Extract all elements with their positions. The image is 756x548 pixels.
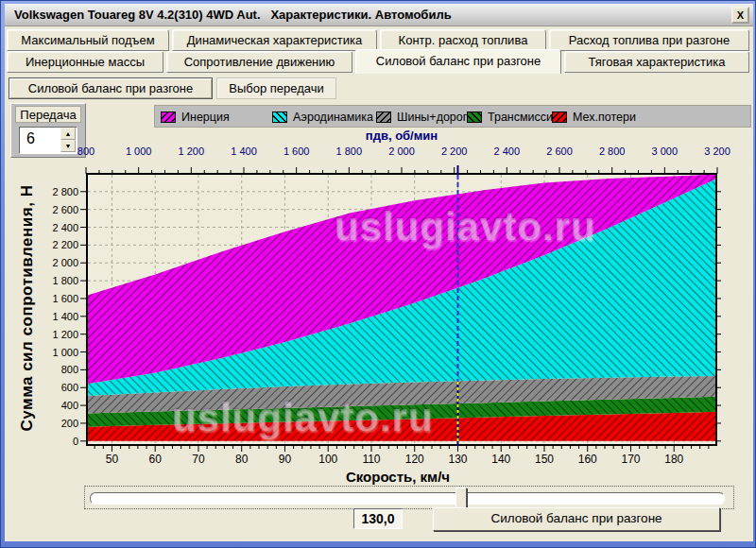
gear-label: Передача	[15, 106, 81, 123]
tab-traction-char[interactable]: Тяговая характеристика	[564, 51, 749, 73]
top-tick-label: 2 200	[430, 146, 479, 157]
y-tick-label: 400	[33, 400, 78, 411]
dialog-content: Volkswagen Touareg 8V 4.2(310) 4WD Aut. …	[5, 4, 753, 541]
legend-item: Инерция	[161, 111, 230, 124]
x-tick-label: 50	[93, 453, 130, 466]
x-tick-label: 150	[525, 453, 563, 466]
top-tick-label: 2 400	[482, 146, 531, 157]
legend-swatch-icon	[376, 111, 391, 123]
legend-swatch-icon	[272, 111, 287, 123]
x-tick-label: 70	[180, 453, 217, 466]
tab-fuel-accel[interactable]: Расход топлива при разгоне	[549, 29, 749, 51]
legend-item: Трансмиссия	[467, 111, 559, 124]
title-bar[interactable]: Volkswagen Touareg 8V 4.2(310) 4WD Aut. …	[5, 4, 753, 26]
top-tick-label: 2 800	[588, 146, 637, 157]
y-tick-label: 0	[33, 436, 78, 447]
y-tick-label: 2 600	[33, 204, 78, 215]
legend-item: Мех.потери	[552, 111, 636, 124]
x-tick-label: 100	[309, 453, 347, 466]
legend-swatch-icon	[467, 111, 482, 123]
top-tick-label: 1 000	[114, 146, 163, 157]
x-tick-label: 60	[136, 453, 174, 466]
area-4	[86, 179, 717, 396]
area-1	[86, 412, 717, 441]
x-tick-label: 130	[438, 453, 476, 466]
legend-label: Аэродинамика	[293, 111, 373, 124]
x-tick-label: 160	[569, 453, 607, 466]
x-tick-label: 110	[352, 453, 390, 466]
x-tick-label: 90	[266, 453, 303, 466]
top-tick-label: 2 000	[377, 146, 426, 157]
y-tick-label: 800	[33, 364, 78, 375]
y-tick-label: 600	[33, 382, 78, 393]
tab-power-balance[interactable]: Силовой баланс при разгоне	[355, 49, 561, 74]
area-5	[86, 174, 717, 384]
legend-label: Трансмиссия	[488, 111, 559, 124]
legend-item: Аэродинамика	[272, 111, 373, 124]
legend: ИнерцияАэродинамикаШины+дорогаТрансмисси…	[154, 105, 751, 128]
tab-control-fuel[interactable]: Контр. расход топлива	[380, 29, 546, 51]
top-tick-label: 800	[61, 146, 111, 157]
tab-max-climb[interactable]: Максимальный подъем	[7, 29, 169, 51]
x-tick-label: 170	[611, 453, 649, 466]
spin-up-button[interactable]: ▲	[60, 128, 76, 140]
y-tick-label: 2 400	[33, 222, 78, 233]
gear-value: 6	[26, 130, 35, 147]
speed-slider[interactable]	[84, 486, 734, 509]
x-axis-title: Скорость, км/ч	[303, 469, 492, 485]
slider-track[interactable]	[90, 492, 725, 505]
top-tick-label: 3 000	[640, 146, 689, 157]
area-2	[86, 397, 717, 427]
x-tick-label: 180	[655, 453, 693, 466]
y-tick-label: 2 200	[33, 239, 78, 250]
y-tick-label: 1 000	[33, 347, 78, 358]
subtab-gear-select[interactable]: Выбор передачи	[216, 77, 336, 99]
legend-item: Шины+дорога	[376, 111, 473, 124]
y-tick-label: 1 400	[33, 311, 78, 322]
top-tick-label: 1 600	[272, 146, 321, 157]
legend-label: Шины+дорога	[397, 111, 473, 124]
tab-inertial-masses[interactable]: Инерционные массы	[7, 51, 163, 73]
legend-swatch-icon	[552, 111, 567, 123]
top-tick-label: 1 800	[324, 146, 373, 157]
top-tick-label: 1 200	[166, 146, 215, 157]
app-window: Volkswagen Touareg 8V 4.2(310) 4WD Aut. …	[0, 0, 756, 548]
y-tick-label: 1 200	[33, 329, 78, 340]
tab-motion-resist[interactable]: Сопротивление движению	[166, 51, 352, 73]
subtab-power-balance[interactable]: Силовой баланс при разгоне	[9, 77, 213, 99]
y-tick-label: 200	[33, 418, 78, 429]
top-tick-label: 2 600	[535, 146, 584, 157]
y-tick-label: 2 800	[33, 186, 78, 197]
y-tick-label: 1 600	[33, 293, 78, 304]
slider-thumb[interactable]	[455, 488, 467, 508]
y-tick-label: 1 800	[33, 275, 78, 286]
speed-value-field[interactable]: 130,0	[353, 508, 403, 529]
y-tick-label: 2 000	[33, 257, 78, 268]
x-tick-label: 80	[223, 453, 261, 466]
legend-swatch-icon	[161, 111, 176, 123]
x-tick-label: 140	[482, 453, 520, 466]
top-tick-label: 3 200	[693, 146, 742, 157]
watermark-text: uslugiavto.ru	[335, 204, 596, 249]
area-3	[86, 376, 717, 414]
x-tick-label: 120	[396, 453, 434, 466]
window-title: Volkswagen Touareg 8V 4.2(310) 4WD Aut. …	[14, 8, 452, 22]
top-tick-label: 1 400	[219, 146, 268, 157]
close-button[interactable]: X	[731, 7, 749, 24]
redraw-button[interactable]: Силовой баланс при разгоне	[433, 507, 720, 531]
legend-label: Мех.потери	[573, 111, 636, 124]
legend-label: Инерция	[181, 111, 230, 124]
watermark-text: uslugiavto.ru	[172, 395, 434, 440]
top-axis-title: пдв, об/мин	[307, 128, 496, 143]
tab-dynamic-char[interactable]: Динамическая характеристика	[172, 29, 377, 51]
